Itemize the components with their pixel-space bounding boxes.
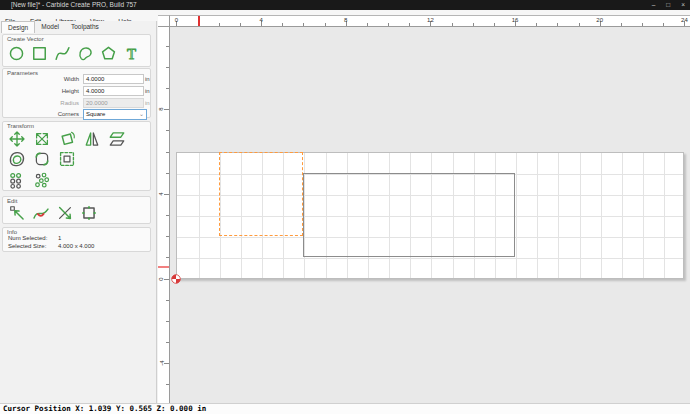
- rectangle-icon[interactable]: [31, 45, 48, 62]
- h-ruler-label: 16: [512, 17, 519, 23]
- cursor-x-marker: [198, 16, 200, 26]
- grid-line: [177, 258, 683, 259]
- selected-rectangle-shape[interactable]: [219, 152, 304, 237]
- align-icon[interactable]: [8, 171, 26, 189]
- h-ruler-label: 12: [427, 17, 434, 23]
- trim-icon[interactable]: [58, 150, 76, 168]
- ruler-tick: [166, 173, 169, 174]
- skew-icon[interactable]: [108, 130, 126, 148]
- corners-select[interactable]: Square ⌄: [83, 109, 147, 120]
- cursor-position-text: Cursor Position X: 1.039 Y: 0.565 Z: 0.0…: [3, 404, 206, 413]
- ruler-tick: [388, 23, 389, 26]
- move-icon[interactable]: [8, 130, 26, 148]
- transform-row-2: [8, 171, 51, 189]
- edit-curve-icon[interactable]: [32, 204, 50, 222]
- tab-bar: Design Model Toolpaths: [1, 21, 105, 33]
- corners-value: Square: [86, 111, 105, 117]
- ruler-tick: [557, 23, 558, 26]
- mirror-icon[interactable]: [83, 130, 101, 148]
- close-button[interactable]: ×: [681, 0, 685, 10]
- selected-size-label: Selected Size:: [8, 243, 58, 249]
- curve-icon[interactable]: [54, 45, 71, 62]
- ruler-tick: [219, 23, 220, 26]
- ruler-tick: [166, 384, 169, 385]
- height-row: Height 4.0000 in: [3, 86, 150, 96]
- window-title: [New file]* - Carbide Create PRO, Build …: [11, 0, 137, 10]
- h-ruler: 04812162024: [170, 15, 690, 27]
- offset-icon[interactable]: [8, 150, 26, 168]
- rectangle-shape[interactable]: [303, 173, 515, 258]
- app-window: [New file]* - Carbide Create PRO, Build …: [0, 0, 690, 414]
- svg-text:T: T: [127, 46, 136, 62]
- v-ruler-label: 0: [158, 277, 164, 280]
- ruler-tick: [166, 130, 169, 131]
- ruler-tick: [166, 342, 169, 343]
- ruler-tick: [579, 23, 580, 26]
- chevron-down-icon: ⌄: [139, 110, 144, 118]
- v-ruler: 840-4: [158, 27, 170, 403]
- ruler-tick: [282, 23, 283, 26]
- width-input[interactable]: 4.0000: [83, 74, 144, 84]
- polygon-icon[interactable]: [100, 45, 117, 62]
- scale-icon[interactable]: [33, 130, 51, 148]
- radius-label: Radius: [3, 98, 79, 108]
- text-icon[interactable]: T: [123, 45, 140, 62]
- ruler-tick: [166, 215, 169, 216]
- edit-tools: [8, 204, 98, 222]
- tab-model[interactable]: Model: [35, 21, 65, 33]
- ruler-tick: [473, 23, 474, 26]
- num-selected-label: Num Selected:: [8, 235, 58, 241]
- width-row: Width 4.0000 in: [3, 74, 150, 84]
- tab-toolpaths[interactable]: Toolpaths: [65, 21, 105, 33]
- maximize-button[interactable]: □: [666, 0, 670, 10]
- fillet-icon[interactable]: [33, 150, 51, 168]
- ruler-corner: [158, 15, 170, 27]
- trim-vectors-icon[interactable]: [56, 204, 74, 222]
- radius-unit: in: [145, 98, 150, 108]
- ruler-tick: [166, 300, 169, 301]
- select-node-icon[interactable]: [8, 204, 26, 222]
- canvas[interactable]: [170, 27, 690, 403]
- width-label: Width: [3, 74, 79, 84]
- selected-size-row: Selected Size:4.000 x 4.000: [8, 243, 146, 249]
- tab-design[interactable]: Design: [1, 21, 35, 33]
- rotate-icon[interactable]: [58, 130, 76, 148]
- selected-size-value: 4.000 x 4.000: [58, 243, 94, 249]
- width-unit: in: [145, 74, 150, 84]
- circle-icon[interactable]: [8, 45, 25, 62]
- v-ruler-label: 4: [158, 192, 164, 195]
- num-selected-row: Num Selected:1: [8, 235, 146, 241]
- create-vector-tools: T: [8, 45, 140, 62]
- ruler-tick: [303, 23, 304, 26]
- array-icon[interactable]: [33, 171, 51, 189]
- status-bar: Cursor Position X: 1.039 Y: 0.565 Z: 0.0…: [0, 403, 690, 414]
- app-logo-icon: [2, 2, 8, 8]
- ruler-tick: [166, 236, 169, 237]
- transform-title: Transform: [7, 123, 34, 129]
- minimize-button[interactable]: –: [652, 0, 656, 10]
- ruler-tick: [166, 88, 169, 89]
- title-bar: [New file]* - Carbide Create PRO, Build …: [0, 0, 690, 10]
- h-ruler-label: 24: [681, 17, 688, 23]
- v-ruler-label: 8: [158, 108, 164, 111]
- ruler-tick: [536, 23, 537, 26]
- create-vector-title: Create Vector: [7, 36, 44, 42]
- transform-row-1: [8, 150, 76, 168]
- v-ruler-label: -4: [159, 361, 165, 366]
- h-ruler-label: 0: [175, 17, 178, 23]
- radius-row: Radius 20.0000 in: [3, 98, 150, 108]
- ruler-tick: [164, 194, 169, 195]
- radius-input: 20.0000: [83, 98, 144, 108]
- ruler-tick: [663, 23, 664, 26]
- ruler-tick: [166, 152, 169, 153]
- height-input[interactable]: 4.0000: [83, 86, 144, 96]
- freeform-icon[interactable]: [77, 45, 94, 62]
- parameters-group: Parameters Width 4.0000 in Height 4.0000…: [2, 68, 151, 118]
- ruler-tick: [164, 279, 169, 280]
- edit-group: Edit: [2, 196, 151, 224]
- ruler-tick: [494, 23, 495, 26]
- ruler-tick: [166, 321, 169, 322]
- corners-label: Corners: [3, 109, 79, 119]
- join-vectors-icon[interactable]: [80, 204, 98, 222]
- transform-row-0: [8, 130, 126, 148]
